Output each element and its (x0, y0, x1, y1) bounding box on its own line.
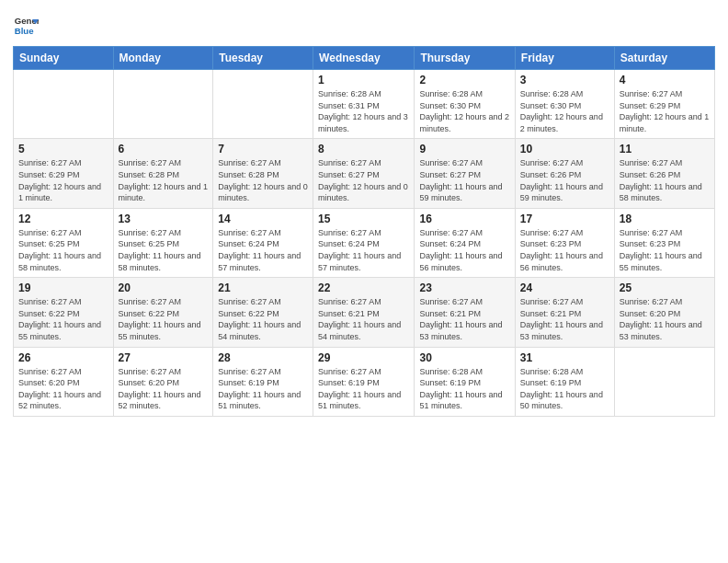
calendar-cell: 31Sunrise: 6:28 AM Sunset: 6:19 PM Dayli… (515, 347, 614, 416)
calendar-cell: 21Sunrise: 6:27 AM Sunset: 6:22 PM Dayli… (213, 278, 313, 347)
day-number: 5 (18, 143, 108, 155)
calendar-cell: 17Sunrise: 6:27 AM Sunset: 6:23 PM Dayli… (515, 208, 614, 277)
calendar-cell: 25Sunrise: 6:27 AM Sunset: 6:20 PM Dayli… (614, 278, 714, 347)
day-info: Sunrise: 6:27 AM Sunset: 6:20 PM Dayligh… (620, 296, 710, 342)
day-info: Sunrise: 6:27 AM Sunset: 6:27 PM Dayligh… (419, 157, 509, 203)
day-number: 23 (419, 282, 509, 294)
calendar-cell: 1Sunrise: 6:28 AM Sunset: 6:31 PM Daylig… (313, 70, 415, 139)
calendar-week-row: 1Sunrise: 6:28 AM Sunset: 6:31 PM Daylig… (14, 70, 715, 139)
day-number: 30 (419, 351, 509, 364)
day-number: 28 (218, 351, 308, 364)
calendar-cell: 30Sunrise: 6:28 AM Sunset: 6:19 PM Dayli… (415, 347, 515, 416)
calendar-cell: 4Sunrise: 6:27 AM Sunset: 6:29 PM Daylig… (614, 70, 714, 139)
day-number: 22 (318, 282, 409, 294)
day-number: 15 (318, 213, 409, 225)
calendar-week-row: 19Sunrise: 6:27 AM Sunset: 6:22 PM Dayli… (14, 278, 715, 347)
day-info: Sunrise: 6:28 AM Sunset: 6:31 PM Dayligh… (318, 88, 409, 134)
calendar-cell: 28Sunrise: 6:27 AM Sunset: 6:19 PM Dayli… (213, 347, 313, 416)
day-info: Sunrise: 6:27 AM Sunset: 6:22 PM Dayligh… (119, 296, 209, 342)
calendar-cell: 13Sunrise: 6:27 AM Sunset: 6:25 PM Dayli… (113, 208, 213, 277)
day-number: 2 (419, 74, 509, 86)
day-info: Sunrise: 6:27 AM Sunset: 6:29 PM Dayligh… (620, 88, 710, 134)
calendar-day-header: Wednesday (313, 47, 415, 70)
day-info: Sunrise: 6:27 AM Sunset: 6:22 PM Dayligh… (18, 296, 108, 342)
day-number: 20 (119, 282, 209, 294)
calendar-cell: 23Sunrise: 6:27 AM Sunset: 6:21 PM Dayli… (415, 278, 515, 347)
day-number: 19 (18, 282, 108, 294)
day-info: Sunrise: 6:27 AM Sunset: 6:28 PM Dayligh… (218, 157, 308, 203)
calendar-cell (213, 70, 313, 139)
calendar-cell: 2Sunrise: 6:28 AM Sunset: 6:30 PM Daylig… (415, 70, 515, 139)
day-number: 14 (218, 213, 308, 225)
calendar-cell: 20Sunrise: 6:27 AM Sunset: 6:22 PM Dayli… (113, 278, 213, 347)
day-info: Sunrise: 6:27 AM Sunset: 6:20 PM Dayligh… (18, 366, 108, 412)
calendar-week-row: 5Sunrise: 6:27 AM Sunset: 6:29 PM Daylig… (14, 139, 715, 208)
day-info: Sunrise: 6:27 AM Sunset: 6:25 PM Dayligh… (119, 227, 209, 273)
day-number: 12 (18, 213, 108, 225)
page: General Blue SundayMondayTuesdayWednesda… (0, 0, 728, 563)
calendar-cell: 10Sunrise: 6:27 AM Sunset: 6:26 PM Dayli… (515, 139, 614, 208)
calendar-cell: 24Sunrise: 6:27 AM Sunset: 6:21 PM Dayli… (515, 278, 614, 347)
day-number: 24 (520, 282, 609, 294)
day-number: 4 (620, 74, 710, 86)
calendar-cell: 15Sunrise: 6:27 AM Sunset: 6:24 PM Dayli… (313, 208, 415, 277)
header: General Blue (13, 9, 715, 39)
day-number: 13 (119, 213, 209, 225)
day-number: 7 (218, 143, 308, 155)
calendar-cell: 3Sunrise: 6:28 AM Sunset: 6:30 PM Daylig… (515, 70, 614, 139)
day-info: Sunrise: 6:27 AM Sunset: 6:27 PM Dayligh… (318, 157, 409, 203)
calendar-cell: 8Sunrise: 6:27 AM Sunset: 6:27 PM Daylig… (313, 139, 415, 208)
calendar-day-header: Saturday (614, 47, 714, 70)
calendar-cell: 27Sunrise: 6:27 AM Sunset: 6:20 PM Dayli… (113, 347, 213, 416)
calendar-cell (14, 70, 114, 139)
day-number: 9 (419, 143, 509, 155)
day-number: 27 (119, 351, 209, 364)
calendar-table: SundayMondayTuesdayWednesdayThursdayFrid… (13, 46, 715, 417)
calendar-cell: 11Sunrise: 6:27 AM Sunset: 6:26 PM Dayli… (614, 139, 714, 208)
day-number: 17 (520, 213, 609, 225)
day-info: Sunrise: 6:28 AM Sunset: 6:30 PM Dayligh… (419, 88, 509, 134)
day-info: Sunrise: 6:28 AM Sunset: 6:19 PM Dayligh… (520, 366, 609, 412)
calendar-day-header: Sunday (14, 47, 114, 70)
day-number: 6 (119, 143, 209, 155)
day-number: 26 (18, 351, 108, 364)
calendar-week-row: 12Sunrise: 6:27 AM Sunset: 6:25 PM Dayli… (14, 208, 715, 277)
logo-icon: General Blue (13, 13, 39, 39)
day-info: Sunrise: 6:27 AM Sunset: 6:19 PM Dayligh… (218, 366, 308, 412)
day-number: 3 (520, 74, 609, 86)
calendar-cell: 26Sunrise: 6:27 AM Sunset: 6:20 PM Dayli… (14, 347, 114, 416)
day-number: 1 (318, 74, 409, 86)
day-info: Sunrise: 6:27 AM Sunset: 6:26 PM Dayligh… (620, 157, 710, 203)
calendar-cell: 5Sunrise: 6:27 AM Sunset: 6:29 PM Daylig… (14, 139, 114, 208)
calendar-day-header: Monday (113, 47, 213, 70)
day-number: 25 (620, 282, 710, 294)
day-number: 10 (520, 143, 609, 155)
calendar-day-header: Tuesday (213, 47, 313, 70)
calendar-cell (614, 347, 714, 416)
day-number: 8 (318, 143, 409, 155)
day-info: Sunrise: 6:27 AM Sunset: 6:21 PM Dayligh… (419, 296, 509, 342)
day-info: Sunrise: 6:27 AM Sunset: 6:21 PM Dayligh… (318, 296, 409, 342)
day-info: Sunrise: 6:28 AM Sunset: 6:19 PM Dayligh… (419, 366, 509, 412)
calendar-cell: 16Sunrise: 6:27 AM Sunset: 6:24 PM Dayli… (415, 208, 515, 277)
logo: General Blue (13, 13, 42, 39)
calendar-cell: 22Sunrise: 6:27 AM Sunset: 6:21 PM Dayli… (313, 278, 415, 347)
day-info: Sunrise: 6:27 AM Sunset: 6:21 PM Dayligh… (520, 296, 609, 342)
day-info: Sunrise: 6:27 AM Sunset: 6:19 PM Dayligh… (318, 366, 409, 412)
calendar-cell: 18Sunrise: 6:27 AM Sunset: 6:23 PM Dayli… (614, 208, 714, 277)
calendar-cell: 7Sunrise: 6:27 AM Sunset: 6:28 PM Daylig… (213, 139, 313, 208)
day-info: Sunrise: 6:27 AM Sunset: 6:24 PM Dayligh… (419, 227, 509, 273)
day-info: Sunrise: 6:27 AM Sunset: 6:24 PM Dayligh… (218, 227, 308, 273)
day-info: Sunrise: 6:27 AM Sunset: 6:25 PM Dayligh… (18, 227, 108, 273)
calendar-day-header: Friday (515, 47, 614, 70)
day-info: Sunrise: 6:27 AM Sunset: 6:26 PM Dayligh… (520, 157, 609, 203)
day-info: Sunrise: 6:27 AM Sunset: 6:24 PM Dayligh… (318, 227, 409, 273)
day-number: 18 (620, 213, 710, 225)
day-number: 16 (419, 213, 509, 225)
calendar-cell: 19Sunrise: 6:27 AM Sunset: 6:22 PM Dayli… (14, 278, 114, 347)
calendar-cell (113, 70, 213, 139)
day-info: Sunrise: 6:27 AM Sunset: 6:29 PM Dayligh… (18, 157, 108, 203)
day-info: Sunrise: 6:27 AM Sunset: 6:20 PM Dayligh… (119, 366, 209, 412)
day-number: 29 (318, 351, 409, 364)
day-number: 31 (520, 351, 609, 364)
